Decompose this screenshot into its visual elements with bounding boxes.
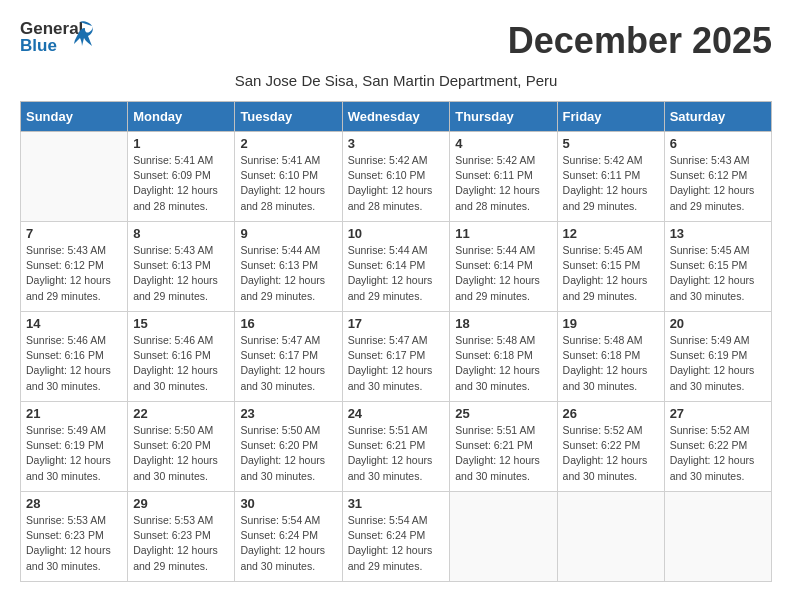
day-info: Sunrise: 5:43 AM Sunset: 6:12 PM Dayligh… (670, 153, 766, 214)
day-number: 16 (240, 316, 336, 331)
col-saturday: Saturday (664, 102, 771, 132)
day-number: 8 (133, 226, 229, 241)
day-number: 9 (240, 226, 336, 241)
day-number: 30 (240, 496, 336, 511)
day-info: Sunrise: 5:46 AM Sunset: 6:16 PM Dayligh… (133, 333, 229, 394)
day-info: Sunrise: 5:44 AM Sunset: 6:14 PM Dayligh… (455, 243, 551, 304)
day-number: 29 (133, 496, 229, 511)
calendar-cell: 28Sunrise: 5:53 AM Sunset: 6:23 PM Dayli… (21, 492, 128, 582)
col-sunday: Sunday (21, 102, 128, 132)
day-number: 24 (348, 406, 445, 421)
subtitle: San Jose De Sisa, San Martin Department,… (20, 72, 772, 89)
day-number: 5 (563, 136, 659, 151)
day-info: Sunrise: 5:52 AM Sunset: 6:22 PM Dayligh… (670, 423, 766, 484)
calendar-cell: 17Sunrise: 5:47 AM Sunset: 6:17 PM Dayli… (342, 312, 450, 402)
day-info: Sunrise: 5:45 AM Sunset: 6:15 PM Dayligh… (563, 243, 659, 304)
calendar-cell (664, 492, 771, 582)
calendar-cell: 18Sunrise: 5:48 AM Sunset: 6:18 PM Dayli… (450, 312, 557, 402)
day-info: Sunrise: 5:47 AM Sunset: 6:17 PM Dayligh… (348, 333, 445, 394)
day-info: Sunrise: 5:48 AM Sunset: 6:18 PM Dayligh… (563, 333, 659, 394)
calendar-cell: 4Sunrise: 5:42 AM Sunset: 6:11 PM Daylig… (450, 132, 557, 222)
day-number: 11 (455, 226, 551, 241)
calendar-cell: 16Sunrise: 5:47 AM Sunset: 6:17 PM Dayli… (235, 312, 342, 402)
logo: General Blue (20, 20, 74, 64)
day-number: 14 (26, 316, 122, 331)
calendar-table: Sunday Monday Tuesday Wednesday Thursday… (20, 101, 772, 582)
day-info: Sunrise: 5:42 AM Sunset: 6:10 PM Dayligh… (348, 153, 445, 214)
calendar-cell: 31Sunrise: 5:54 AM Sunset: 6:24 PM Dayli… (342, 492, 450, 582)
day-number: 12 (563, 226, 659, 241)
calendar-week-5: 28Sunrise: 5:53 AM Sunset: 6:23 PM Dayli… (21, 492, 772, 582)
calendar-cell: 12Sunrise: 5:45 AM Sunset: 6:15 PM Dayli… (557, 222, 664, 312)
day-info: Sunrise: 5:41 AM Sunset: 6:10 PM Dayligh… (240, 153, 336, 214)
calendar-cell: 29Sunrise: 5:53 AM Sunset: 6:23 PM Dayli… (128, 492, 235, 582)
day-info: Sunrise: 5:49 AM Sunset: 6:19 PM Dayligh… (26, 423, 122, 484)
day-info: Sunrise: 5:45 AM Sunset: 6:15 PM Dayligh… (670, 243, 766, 304)
calendar-body: 1Sunrise: 5:41 AM Sunset: 6:09 PM Daylig… (21, 132, 772, 582)
day-number: 1 (133, 136, 229, 151)
day-info: Sunrise: 5:51 AM Sunset: 6:21 PM Dayligh… (348, 423, 445, 484)
day-info: Sunrise: 5:44 AM Sunset: 6:14 PM Dayligh… (348, 243, 445, 304)
day-number: 6 (670, 136, 766, 151)
month-title: December 2025 (508, 20, 772, 62)
day-number: 18 (455, 316, 551, 331)
calendar-cell: 2Sunrise: 5:41 AM Sunset: 6:10 PM Daylig… (235, 132, 342, 222)
day-info: Sunrise: 5:48 AM Sunset: 6:18 PM Dayligh… (455, 333, 551, 394)
header-row: Sunday Monday Tuesday Wednesday Thursday… (21, 102, 772, 132)
day-info: Sunrise: 5:54 AM Sunset: 6:24 PM Dayligh… (348, 513, 445, 574)
day-number: 10 (348, 226, 445, 241)
day-info: Sunrise: 5:46 AM Sunset: 6:16 PM Dayligh… (26, 333, 122, 394)
day-info: Sunrise: 5:43 AM Sunset: 6:12 PM Dayligh… (26, 243, 122, 304)
day-info: Sunrise: 5:47 AM Sunset: 6:17 PM Dayligh… (240, 333, 336, 394)
calendar-cell (557, 492, 664, 582)
day-number: 19 (563, 316, 659, 331)
day-info: Sunrise: 5:49 AM Sunset: 6:19 PM Dayligh… (670, 333, 766, 394)
day-number: 3 (348, 136, 445, 151)
day-number: 7 (26, 226, 122, 241)
day-number: 2 (240, 136, 336, 151)
calendar-cell: 8Sunrise: 5:43 AM Sunset: 6:13 PM Daylig… (128, 222, 235, 312)
day-info: Sunrise: 5:50 AM Sunset: 6:20 PM Dayligh… (240, 423, 336, 484)
day-number: 21 (26, 406, 122, 421)
day-info: Sunrise: 5:42 AM Sunset: 6:11 PM Dayligh… (563, 153, 659, 214)
col-friday: Friday (557, 102, 664, 132)
day-info: Sunrise: 5:41 AM Sunset: 6:09 PM Dayligh… (133, 153, 229, 214)
logo-bird-icon (72, 20, 94, 46)
calendar-cell: 15Sunrise: 5:46 AM Sunset: 6:16 PM Dayli… (128, 312, 235, 402)
col-monday: Monday (128, 102, 235, 132)
calendar-cell: 13Sunrise: 5:45 AM Sunset: 6:15 PM Dayli… (664, 222, 771, 312)
day-number: 26 (563, 406, 659, 421)
day-info: Sunrise: 5:52 AM Sunset: 6:22 PM Dayligh… (563, 423, 659, 484)
day-number: 23 (240, 406, 336, 421)
calendar-cell: 11Sunrise: 5:44 AM Sunset: 6:14 PM Dayli… (450, 222, 557, 312)
day-info: Sunrise: 5:44 AM Sunset: 6:13 PM Dayligh… (240, 243, 336, 304)
calendar-cell: 26Sunrise: 5:52 AM Sunset: 6:22 PM Dayli… (557, 402, 664, 492)
day-number: 17 (348, 316, 445, 331)
day-info: Sunrise: 5:53 AM Sunset: 6:23 PM Dayligh… (26, 513, 122, 574)
day-number: 13 (670, 226, 766, 241)
day-number: 25 (455, 406, 551, 421)
calendar-cell: 5Sunrise: 5:42 AM Sunset: 6:11 PM Daylig… (557, 132, 664, 222)
calendar-cell: 25Sunrise: 5:51 AM Sunset: 6:21 PM Dayli… (450, 402, 557, 492)
calendar-cell: 21Sunrise: 5:49 AM Sunset: 6:19 PM Dayli… (21, 402, 128, 492)
calendar-header: Sunday Monday Tuesday Wednesday Thursday… (21, 102, 772, 132)
calendar-cell: 3Sunrise: 5:42 AM Sunset: 6:10 PM Daylig… (342, 132, 450, 222)
calendar-cell: 10Sunrise: 5:44 AM Sunset: 6:14 PM Dayli… (342, 222, 450, 312)
calendar-cell: 6Sunrise: 5:43 AM Sunset: 6:12 PM Daylig… (664, 132, 771, 222)
calendar-cell: 14Sunrise: 5:46 AM Sunset: 6:16 PM Dayli… (21, 312, 128, 402)
calendar-cell: 1Sunrise: 5:41 AM Sunset: 6:09 PM Daylig… (128, 132, 235, 222)
day-info: Sunrise: 5:51 AM Sunset: 6:21 PM Dayligh… (455, 423, 551, 484)
day-number: 27 (670, 406, 766, 421)
day-number: 28 (26, 496, 122, 511)
day-number: 20 (670, 316, 766, 331)
day-info: Sunrise: 5:54 AM Sunset: 6:24 PM Dayligh… (240, 513, 336, 574)
calendar-cell: 27Sunrise: 5:52 AM Sunset: 6:22 PM Dayli… (664, 402, 771, 492)
calendar-cell: 24Sunrise: 5:51 AM Sunset: 6:21 PM Dayli… (342, 402, 450, 492)
col-thursday: Thursday (450, 102, 557, 132)
calendar-week-3: 14Sunrise: 5:46 AM Sunset: 6:16 PM Dayli… (21, 312, 772, 402)
calendar-week-1: 1Sunrise: 5:41 AM Sunset: 6:09 PM Daylig… (21, 132, 772, 222)
calendar-cell: 30Sunrise: 5:54 AM Sunset: 6:24 PM Dayli… (235, 492, 342, 582)
day-number: 15 (133, 316, 229, 331)
day-number: 31 (348, 496, 445, 511)
day-number: 4 (455, 136, 551, 151)
